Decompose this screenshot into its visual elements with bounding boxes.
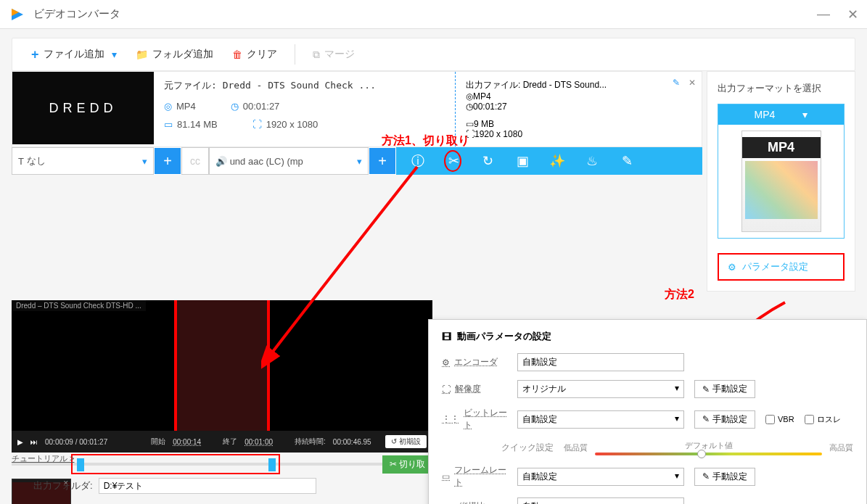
- preview-tab: Dredd – DTS Sound Check DTS-HD ...: [12, 300, 146, 311]
- source-duration: 00:01:27: [243, 101, 280, 112]
- bitrate-icon: ⋮⋮: [442, 414, 459, 424]
- subtitle-tool-icon[interactable]: ✎: [618, 153, 636, 169]
- add-folder-button[interactable]: 📁 フォルダ追加: [128, 45, 221, 64]
- format-select-box[interactable]: MP4▾ MP4: [718, 104, 845, 239]
- folder-size-icon: ▭: [164, 119, 173, 130]
- start-time[interactable]: 00:00:14: [173, 438, 201, 446]
- format-icon: ◎: [466, 91, 473, 102]
- end-time[interactable]: 00:01:00: [245, 438, 273, 446]
- toolbar-divider: [295, 44, 295, 65]
- start-label: 開始: [151, 437, 165, 447]
- manual-bitrate-button[interactable]: ✎手動設定: [694, 410, 755, 429]
- folder-size-icon: ▭: [466, 119, 474, 129]
- merge-button: ⧉ マージ: [305, 45, 362, 64]
- pencil-icon: ✎: [702, 471, 710, 482]
- crop-tool-icon[interactable]: ▣: [514, 153, 531, 169]
- encoder-select[interactable]: 自動設定: [517, 353, 684, 371]
- reset-button[interactable]: ↺ 初期設: [385, 435, 427, 448]
- rotate-tool-icon[interactable]: ↻: [479, 153, 496, 169]
- edit-output-icon[interactable]: ✎: [673, 78, 680, 88]
- subtitle-select[interactable]: T なし ▾: [12, 147, 154, 175]
- quality-low-label: 低品質: [564, 442, 588, 453]
- chevron-down-icon: ▾: [675, 383, 679, 395]
- aspect-label: 縦横比: [459, 500, 485, 504]
- mp4-format-card[interactable]: MP4: [741, 131, 821, 232]
- watermark-tool-icon[interactable]: ♨: [583, 153, 601, 169]
- subtitle-value: なし: [27, 154, 46, 168]
- output-size: 9 MB: [474, 119, 494, 129]
- param-settings-label: パラメータ設定: [742, 260, 808, 273]
- source-file-label: 元ファイル: Dredd - DTS Sound Check ...: [164, 79, 445, 92]
- effects-tool-icon[interactable]: ✨: [548, 153, 566, 169]
- audio-value: und aac (LC) (mp: [230, 156, 303, 167]
- minimize-icon[interactable]: —: [817, 7, 830, 22]
- source-size: 81.14 MB: [177, 119, 218, 130]
- framerate-icon: ▭: [442, 471, 450, 482]
- preview-panel: Dredd – DTS Sound Check DTS-HD ... ▶ ⏭ 0…: [12, 300, 432, 504]
- video-thumbnail[interactable]: DREDD: [12, 72, 154, 144]
- output-folder-row: 出力フォルダ:: [33, 478, 316, 494]
- format-name: MP4: [755, 109, 776, 120]
- annotation-method1: 方法1、切り取り: [382, 133, 469, 149]
- output-folder-input[interactable]: [99, 478, 316, 494]
- parameter-settings-button[interactable]: ⚙ パラメータ設定: [718, 253, 845, 281]
- add-audio-button[interactable]: +: [369, 147, 396, 175]
- cut-tool-icon[interactable]: ✂: [444, 150, 461, 172]
- tutorial-link[interactable]: チュートリアル >: [12, 453, 74, 464]
- lossless-checkbox[interactable]: ロスレ: [805, 414, 841, 425]
- chevron-down-icon: ▾: [675, 500, 679, 504]
- quality-default-label: デフォルト値: [685, 441, 733, 450]
- chevron-down-icon: ▾: [142, 156, 147, 167]
- main-toolbar: + ファイル追加 ▾ 📁 フォルダ追加 🗑 クリア ⧉ マージ: [12, 38, 855, 71]
- play-icon[interactable]: ▶: [17, 438, 23, 446]
- output-file-label: 出力ファイル: Dredd - DTS Sound...: [466, 80, 607, 90]
- info-tool-icon[interactable]: ⓘ: [409, 152, 427, 170]
- param-panel-title: 動画パラメータの設定: [457, 330, 551, 343]
- slider-knob[interactable]: [697, 450, 706, 458]
- film-icon: 🎞: [442, 331, 451, 342]
- chevron-down-icon: ▾: [675, 413, 679, 426]
- aspect-select[interactable]: 自動▾: [517, 497, 684, 504]
- vbr-checkbox[interactable]: VBR: [765, 415, 794, 424]
- cc-button[interactable]: cc: [181, 147, 209, 175]
- preview-time: 00:00:09 / 00:01:27: [45, 438, 107, 446]
- encoder-label: エンコーダ: [454, 356, 498, 368]
- framerate-select[interactable]: 自動設定▾: [517, 468, 684, 486]
- framerate-label: フレームレート: [454, 464, 507, 489]
- close-icon[interactable]: ✕: [847, 7, 858, 22]
- app-logo-icon: [9, 6, 26, 23]
- output-duration: 00:01:27: [473, 102, 507, 112]
- chevron-down-icon[interactable]: ▾: [112, 49, 117, 60]
- quality-slider[interactable]: [595, 453, 822, 455]
- video-preview[interactable]: Dredd – DTS Sound Check DTS-HD ...: [12, 300, 432, 431]
- resolution-select[interactable]: オリジナル▾: [517, 380, 684, 398]
- plus-icon: +: [31, 47, 39, 62]
- clock-icon: ◷: [466, 102, 473, 112]
- clear-button[interactable]: 🗑 クリア: [225, 45, 284, 64]
- pencil-icon: ✎: [702, 414, 710, 424]
- edit-toolbar: T なし ▾ + cc 🔊 und aac (LC) (mp ▾ + ⓘ ✂ ↻…: [12, 147, 702, 175]
- manual-resolution-button[interactable]: ✎手動設定: [694, 380, 755, 398]
- pencil-icon: ✎: [702, 384, 710, 394]
- chevron-down-icon[interactable]: ▾: [802, 109, 808, 120]
- output-resolution: 1920 x 1080: [474, 129, 522, 139]
- thumbnail-title: DREDD: [49, 101, 117, 116]
- resolution-label: 解像度: [455, 383, 481, 395]
- add-file-button[interactable]: + ファイル追加 ▾: [24, 44, 124, 65]
- add-folder-label: フォルダ追加: [152, 48, 213, 61]
- bitrate-select[interactable]: 自動設定▾: [517, 410, 684, 429]
- bitrate-label: ビットレート: [464, 407, 507, 431]
- add-subtitle-button[interactable]: +: [154, 147, 181, 175]
- sliders-icon: ⚙: [728, 262, 736, 273]
- duration-value: 00:00:46.95: [333, 438, 371, 446]
- add-file-label: ファイル追加: [44, 48, 104, 61]
- text-icon: T: [18, 156, 24, 167]
- remove-file-icon[interactable]: ✕: [689, 78, 696, 88]
- manual-framerate-button[interactable]: ✎手動設定: [694, 468, 755, 486]
- audio-select[interactable]: 🔊 und aac (LC) (mp ▾: [209, 147, 369, 175]
- step-icon[interactable]: ⏭: [30, 438, 38, 446]
- clear-label: クリア: [247, 48, 277, 61]
- output-folder-label: 出力フォルダ:: [33, 479, 93, 492]
- speaker-icon: 🔊: [215, 156, 227, 167]
- encoder-icon: ⚙: [442, 358, 450, 368]
